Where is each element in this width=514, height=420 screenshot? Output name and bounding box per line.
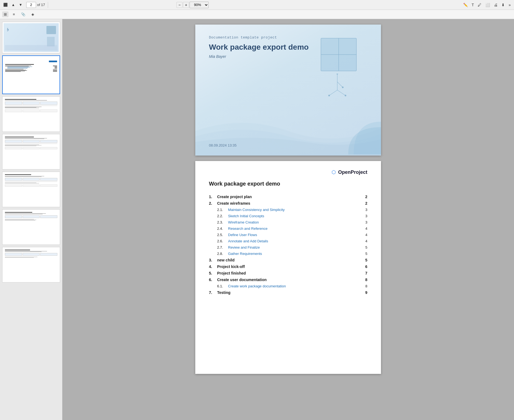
page-number-input[interactable] (26, 2, 36, 8)
openproject-logo-icon: ⬡ (332, 169, 336, 175)
thumbnails-icon: ⊞ (4, 12, 7, 16)
toc-num-2-3: 2.3. (217, 220, 228, 224)
prev-page-icon: ▲ (11, 3, 15, 7)
toc-label-2-4[interactable]: Research and Reference (228, 227, 295, 231)
image-tool-button[interactable]: ⬜ (484, 2, 491, 8)
download-button[interactable]: ⬇ (500, 2, 506, 8)
toc-item-3: 3. new child 5 (209, 257, 367, 263)
toc-item-2-7: 2.7. Review and Finalize 5 (209, 244, 367, 251)
thumbnail-page-2[interactable] (2, 55, 60, 94)
toc-item-2-5: 2.5. Define User Flows 4 (209, 232, 367, 238)
openproject-logo-text: OpenProject (338, 169, 367, 175)
toc-page-2-7: 5 (362, 245, 367, 249)
zoom-out-button[interactable]: − (176, 2, 182, 8)
attachments-button[interactable]: 📎 (19, 11, 27, 17)
toolbar-main: ⬛ ▲ ▼ of 17 − + 50% 75% 90% 100% 125% 15… (0, 0, 514, 10)
thumbnail-page-5[interactable] (2, 172, 60, 207)
next-page-button[interactable]: ▼ (18, 2, 23, 7)
toc-label-2-8[interactable]: Gather Requirements (228, 252, 295, 256)
toc-num-3: 3. (209, 258, 217, 262)
toc-page-3: 5 (362, 258, 367, 262)
toc-label-6: Create user documentation (217, 278, 290, 282)
thumbnail-page-7[interactable] (2, 247, 60, 282)
list-icon: ≡ (13, 12, 15, 16)
toc-label-2-6[interactable]: Annotate and Add Details (228, 239, 295, 243)
zoom-in-button[interactable]: + (183, 2, 189, 8)
toc-page-2-3: 3 (362, 220, 367, 224)
thumbnail-page-4[interactable] (2, 134, 60, 169)
toc-page-4: 6 (362, 264, 367, 269)
toc-num-6: 6. (209, 278, 217, 282)
toc-page-5: 7 (362, 271, 367, 275)
app-menu-icon: ⬛ (3, 3, 8, 7)
svg-point-8 (328, 95, 330, 96)
prev-page-button[interactable]: ▲ (10, 2, 16, 7)
svg-line-5 (337, 90, 345, 96)
toc-num-1: 1. (209, 195, 217, 199)
page-total-label: of 17 (37, 3, 45, 7)
toc-num-2-7: 2.7. (217, 245, 228, 249)
toc-label-2-3[interactable]: Wireframe Creation (228, 220, 295, 224)
toolbar-separator-1 (48, 2, 48, 8)
thumbnail-page-6[interactable] (2, 209, 60, 245)
attachments-icon: 📎 (21, 12, 25, 16)
toc-page-2-5: 4 (362, 233, 367, 237)
toc-page-6-1: 8 (362, 284, 367, 288)
cover-circuit-decoration (326, 74, 348, 102)
svg-line-6 (337, 82, 343, 87)
toc-label-4: Project kick-off (217, 264, 290, 269)
toc-item-1: 1. Create project plan 2 (209, 193, 367, 200)
sidebar-thumbnails (0, 19, 62, 420)
toc-num-2-8: 2.8. (217, 252, 228, 256)
svg-point-7 (336, 74, 338, 75)
app-menu-button[interactable]: ⬛ (2, 2, 9, 7)
pdf-page-toc: ⬡ OpenProject Work package export demo 1… (195, 161, 381, 374)
toc-num-2: 2. (209, 201, 217, 205)
toc-item-4: 4. Project kick-off 6 (209, 263, 367, 270)
text-tool-button[interactable]: T (471, 2, 475, 8)
pdf-content-area: Documentation template project Work pack… (62, 19, 514, 420)
toc-num-2-1: 2.1. (217, 208, 228, 212)
cover-date: 08.09.2024 13:35 (209, 143, 237, 147)
zoom-select[interactable]: 50% 75% 90% 100% 125% 150% 200% (190, 2, 209, 8)
main-area: Documentation template project Work pack… (0, 19, 514, 420)
print-button[interactable]: 🖨 (493, 2, 499, 8)
toc-num-2-6: 2.6. (217, 239, 228, 243)
toc-item-6: 6. Create user documentation 8 (209, 276, 367, 283)
toc-list: 1. Create project plan 2 2. Create wiref… (209, 193, 367, 296)
svg-point-10 (342, 87, 344, 88)
toc-main-title: Work package export demo (209, 181, 367, 187)
list-view-button[interactable]: ≡ (11, 11, 17, 17)
next-page-icon: ▼ (19, 3, 22, 7)
toc-page-2: 2 (362, 201, 367, 205)
toc-page-1: 2 (362, 195, 367, 199)
toc-label-2-7[interactable]: Review and Finalize (228, 245, 295, 249)
toc-page-2-8: 5 (362, 252, 367, 256)
toc-label-2-1[interactable]: Maintain Consistency and Simplicity (228, 208, 295, 212)
thumbnail-page-1[interactable] (2, 22, 60, 53)
toc-label-6-1[interactable]: Create work package documentation (228, 284, 295, 288)
toc-num-5: 5. (209, 271, 217, 275)
layers-button[interactable]: ◈ (30, 11, 36, 17)
toc-label-5: Project finished (217, 271, 290, 275)
thumbnails-view-button[interactable]: ⊞ (2, 11, 8, 17)
draw-tool-button[interactable]: ✏️ (462, 2, 469, 8)
toc-num-7: 7. (209, 290, 217, 295)
toc-num-2-5: 2.5. (217, 233, 228, 237)
toc-item-2-8: 2.8. Gather Requirements 5 (209, 251, 367, 257)
thumbnail-page-3[interactable] (2, 96, 60, 132)
highlight-tool-button[interactable]: 🖊 (477, 2, 483, 8)
toc-item-6-1: 6.1. Create work package documentation 8 (209, 283, 367, 289)
svg-point-9 (345, 95, 346, 96)
toc-page-6: 8 (362, 278, 367, 282)
toc-item-2-4: 2.4. Research and Reference 4 (209, 225, 367, 232)
expand-button[interactable]: » (507, 2, 512, 8)
toc-page-2-4: 4 (362, 227, 367, 231)
toc-num-2-4: 2.4. (217, 227, 228, 231)
toolbar-right-actions: ✏️ T 🖊 ⬜ 🖨 ⬇ » (462, 2, 512, 8)
toc-label-2-5[interactable]: Define User Flows (228, 233, 295, 237)
toc-label-2-2[interactable]: Sketch Initial Concepts (228, 214, 295, 218)
openproject-logo: ⬡ OpenProject (209, 169, 367, 175)
pdf-page-cover: Documentation template project Work pack… (195, 25, 381, 156)
toc-item-2-2: 2.2. Sketch Initial Concepts 3 (209, 213, 367, 219)
